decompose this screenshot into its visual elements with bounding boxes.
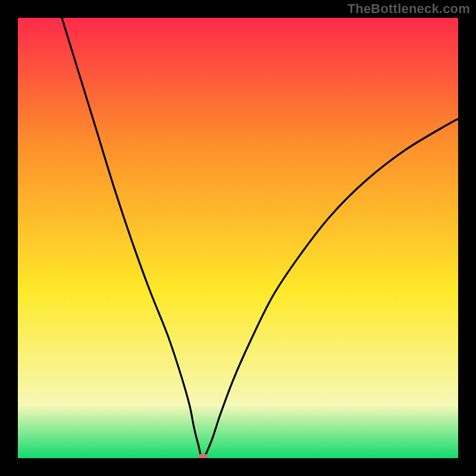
- bottleneck-chart: [18, 18, 458, 458]
- chart-frame: TheBottleneck.com: [0, 0, 476, 476]
- gradient-background: [18, 18, 458, 458]
- plot-area: [18, 18, 458, 458]
- attribution-text: TheBottleneck.com: [347, 1, 470, 17]
